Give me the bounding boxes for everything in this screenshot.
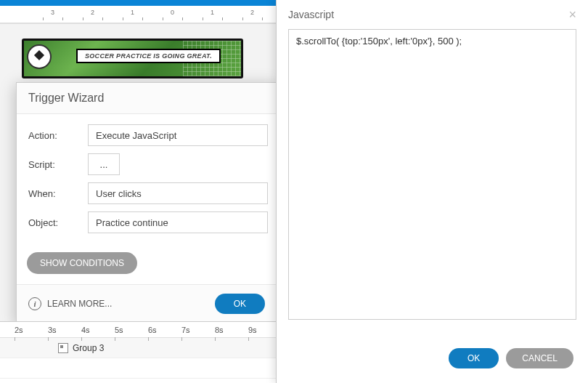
- close-icon[interactable]: ×: [568, 8, 576, 21]
- javascript-code-textarea[interactable]: [288, 29, 576, 320]
- when-label: When:: [28, 188, 88, 199]
- timeline-tick: 2s: [15, 326, 48, 334]
- timeline-tick: 5s: [115, 326, 148, 334]
- dialog-title: Trigger Wizard: [17, 83, 277, 114]
- object-dropdown[interactable]: Practice continue: [88, 211, 268, 233]
- soccer-ball-icon: [27, 44, 52, 69]
- learn-more-label: LEARN MORE...: [47, 299, 112, 309]
- trigger-ok-button[interactable]: OK: [215, 294, 265, 314]
- ruler-tick: 1: [113, 9, 152, 16]
- info-icon: i: [28, 297, 41, 310]
- comic-panel[interactable]: SOCCER PRACTICE IS GOING GREAT.: [22, 39, 243, 78]
- group-icon: [58, 343, 68, 353]
- learn-more-link[interactable]: i LEARN MORE...: [28, 297, 112, 310]
- show-conditions-button[interactable]: SHOW CONDITIONS: [27, 252, 137, 274]
- javascript-ok-button[interactable]: OK: [449, 348, 499, 368]
- timeline-tick: 3s: [48, 326, 81, 334]
- ruler-tick: 2: [73, 9, 113, 16]
- ruler-tick: 3: [33, 9, 73, 16]
- ruler-tick: 2: [232, 9, 272, 16]
- timeline-tick: 4s: [81, 326, 115, 334]
- speech-bubble: SOCCER PRACTICE IS GOING GREAT.: [76, 49, 221, 63]
- timeline-tick: 8s: [215, 326, 248, 334]
- timeline-row-label: Group 3: [73, 343, 104, 353]
- action-label: Action:: [28, 130, 88, 141]
- action-dropdown[interactable]: Execute JavaScript: [88, 124, 268, 146]
- script-edit-button[interactable]: ...: [88, 153, 120, 175]
- trigger-wizard-dialog: Trigger Wizard Action: Execute JavaScrip…: [16, 82, 277, 323]
- ruler-tick: 0: [152, 9, 192, 16]
- object-label: Object:: [28, 217, 88, 228]
- javascript-cancel-button[interactable]: CANCEL: [506, 348, 573, 368]
- timeline-tick: 7s: [181, 326, 215, 334]
- ruler-tick: 1: [192, 9, 232, 16]
- javascript-dialog-title: Javascript: [288, 9, 334, 20]
- timeline-tick: 6s: [148, 326, 181, 334]
- script-label: Script:: [28, 159, 88, 170]
- javascript-dialog: Javascript × OK CANCEL: [276, 0, 588, 383]
- when-dropdown[interactable]: User clicks: [88, 182, 268, 204]
